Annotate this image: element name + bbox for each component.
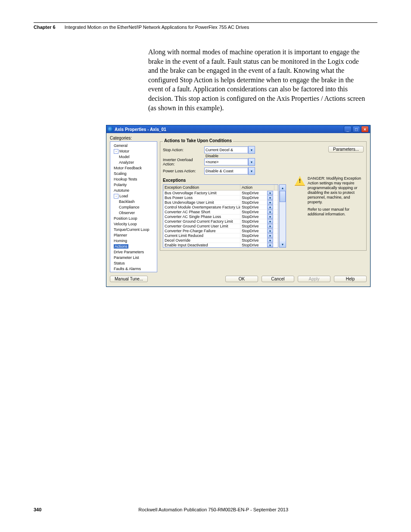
tree-node[interactable]: -Load xyxy=(111,193,156,199)
tree-node[interactable]: Motor Feedback xyxy=(111,165,156,171)
chevron-down-icon[interactable]: ▼ xyxy=(267,219,273,224)
action-cell: StopDrive xyxy=(240,238,267,243)
table-row[interactable]: Converter Ground Current Factory LimitSt… xyxy=(163,219,278,224)
table-row[interactable]: Bus Power LossStopDrive▼ xyxy=(163,195,278,200)
tree-node[interactable]: Tag xyxy=(111,272,156,272)
chevron-down-icon[interactable]: ▼ xyxy=(267,210,273,214)
table-row[interactable]: Converter AC Phase ShortStopDrive▼ xyxy=(163,209,278,214)
combo-value: Current Decel & Disable xyxy=(204,146,248,153)
tree-node[interactable]: Parameter List xyxy=(111,255,156,261)
tree-label: Actions xyxy=(114,244,128,249)
close-button[interactable]: × xyxy=(361,126,369,133)
danger-text-1: DANGER: Modifying Exception Action setti… xyxy=(308,176,364,205)
table-row[interactable]: Bus Overvoltage Factory LimitStopDrive▼ xyxy=(163,190,278,195)
action-cell: StopDrive xyxy=(240,229,267,233)
tree-node[interactable]: Status xyxy=(111,261,156,266)
tree-node[interactable]: Planner xyxy=(111,233,156,238)
col-condition[interactable]: Exception Condition xyxy=(163,185,240,190)
categories-tree[interactable]: General-MotorModelAnalyzerMotor Feedback… xyxy=(110,141,157,272)
maximize-button[interactable]: □ xyxy=(352,126,360,133)
ok-button[interactable]: OK xyxy=(225,276,258,282)
tree-node[interactable]: General xyxy=(111,143,156,149)
parameters-button[interactable]: Parameters... xyxy=(328,146,364,152)
action-cell: StopDrive xyxy=(240,196,267,200)
table-row[interactable]: Decel OverrideStopDrive▼ xyxy=(163,238,278,243)
exceptions-table[interactable]: Exception Condition Action Bus Overvolta… xyxy=(163,184,278,248)
tree-node[interactable]: Analyzer xyxy=(111,160,156,165)
table-row[interactable]: Bus Undervoltage User LimitStopDrive▼ xyxy=(163,200,278,205)
tree-label: Motor xyxy=(119,149,129,153)
tree-node[interactable]: Actions xyxy=(111,244,156,249)
condition-cell: Converter Ground Current Factory Limit xyxy=(163,219,240,224)
chevron-down-icon[interactable]: ▼ xyxy=(248,146,255,154)
minimize-button[interactable]: _ xyxy=(344,126,352,133)
tree-node[interactable]: Faults & Alarms xyxy=(111,266,156,272)
page-footer: 340 Rockwell Automation Publication 750-… xyxy=(34,507,377,512)
chapter-title: Integrated Motion on the EtherNet/IP Net… xyxy=(65,25,249,30)
tree-label: Drive Parameters xyxy=(114,250,144,254)
exceptions-scrollbar[interactable]: ▲ ▼ xyxy=(279,184,286,248)
chevron-down-icon[interactable]: ▼ xyxy=(267,205,273,209)
manual-tune-button[interactable]: Manual Tune... xyxy=(110,276,148,282)
titlebar[interactable]: Axis Properties - Axis_01 _ □ × xyxy=(106,125,370,133)
chevron-down-icon[interactable]: ▼ xyxy=(267,243,273,247)
tree-node[interactable]: Compliance xyxy=(111,205,156,210)
danger-text-2: Refer to user manual for additional info… xyxy=(308,207,364,217)
page-number: 340 xyxy=(34,507,41,512)
table-row[interactable]: Current Limit ReducedStopDrive▼ xyxy=(163,233,278,238)
tree-label: Hookup Tests xyxy=(114,177,137,181)
tree-node[interactable]: Backlash xyxy=(111,199,156,205)
table-row[interactable]: Converter AC Single Phase LossStopDrive▼ xyxy=(163,214,278,219)
tree-node[interactable]: -Motor xyxy=(111,149,156,154)
scroll-down-icon[interactable]: ▼ xyxy=(280,241,286,247)
field-combo[interactable]: Disable & Coast▼ xyxy=(204,168,255,174)
table-row[interactable]: Enable Input DeactivatedStopDrive▼ xyxy=(163,243,278,247)
dialog-button-row: Manual Tune... OK Cancel Apply Help xyxy=(110,276,367,282)
tree-node[interactable]: Scaling xyxy=(111,171,156,177)
col-action[interactable]: Action xyxy=(240,185,274,190)
action-cell: StopDrive xyxy=(240,243,267,247)
tree-expander-icon[interactable]: - xyxy=(114,149,118,154)
chevron-down-icon[interactable]: ▼ xyxy=(267,224,273,228)
chevron-down-icon[interactable]: ▼ xyxy=(267,191,273,195)
chevron-down-icon[interactable]: ▼ xyxy=(267,215,273,219)
table-row[interactable]: Converter Pre-Charge FailureStopDrive▼ xyxy=(163,228,278,233)
chevron-down-icon[interactable]: ▼ xyxy=(267,238,273,243)
tree-label: Faults & Alarms xyxy=(114,267,141,271)
tree-expander-icon[interactable]: - xyxy=(114,194,118,199)
body-paragraph: Along with normal modes of machine opera… xyxy=(148,47,368,112)
field-label: Stop Action: xyxy=(163,148,204,152)
field-combo[interactable]: Current Decel & Disable▼ xyxy=(204,146,255,153)
combo-value: <none> xyxy=(204,159,248,165)
tree-node[interactable]: Model xyxy=(111,154,156,160)
tree-node[interactable]: Velocity Loop xyxy=(111,221,156,227)
table-row[interactable]: Converter Ground Current User LimitStopD… xyxy=(163,224,278,228)
field-combo[interactable]: <none>▼ xyxy=(204,159,255,165)
chevron-down-icon[interactable]: ▼ xyxy=(248,158,255,166)
scroll-track[interactable] xyxy=(280,191,286,241)
table-row[interactable]: Control Module Overtemperature Factory L… xyxy=(163,205,278,209)
tree-node[interactable]: Homing xyxy=(111,238,156,244)
tree-node[interactable]: Hookup Tests xyxy=(111,177,156,182)
apply-button[interactable]: Apply xyxy=(298,276,330,282)
chevron-down-icon[interactable]: ▼ xyxy=(267,200,273,205)
tree-label: Analyzer xyxy=(119,160,134,165)
action-cell: StopDrive xyxy=(240,191,267,195)
chevron-down-icon[interactable]: ▼ xyxy=(267,233,273,238)
cancel-button[interactable]: Cancel xyxy=(262,276,294,282)
chevron-down-icon[interactable]: ▼ xyxy=(267,196,273,200)
tree-node[interactable]: Polarity xyxy=(111,182,156,188)
help-button[interactable]: Help xyxy=(334,276,367,282)
tree-label: Status xyxy=(114,261,125,265)
tree-node[interactable]: Autotune xyxy=(111,188,156,193)
chevron-down-icon[interactable]: ▼ xyxy=(248,167,255,175)
chevron-down-icon[interactable]: ▼ xyxy=(267,229,273,233)
tree-label: Model xyxy=(119,155,130,159)
tree-label: Backlash xyxy=(119,199,135,204)
scroll-thumb[interactable] xyxy=(280,191,286,202)
tree-node[interactable]: Torque/Current Loop xyxy=(111,227,156,233)
scroll-up-icon[interactable]: ▲ xyxy=(280,185,286,191)
tree-node[interactable]: Observer xyxy=(111,210,156,216)
tree-node[interactable]: Position Loop xyxy=(111,216,156,221)
tree-node[interactable]: Drive Parameters xyxy=(111,249,156,255)
